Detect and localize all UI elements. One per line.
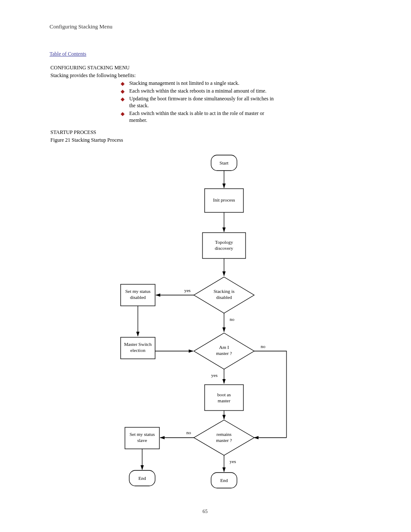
- page-number: 65: [202, 508, 208, 515]
- node-set-disabled-l1: Set my status: [125, 289, 151, 294]
- node-set-disabled-l2: disabled: [130, 295, 146, 300]
- node-end-slave-label: End: [138, 476, 146, 481]
- node-decision-remains-l2: master ?: [216, 438, 232, 443]
- page-root: Configuring Stacking Menu Table of Conte…: [0, 0, 411, 532]
- node-boot-master-l1: boot as: [217, 392, 230, 397]
- toc-link[interactable]: Table of Contents: [50, 51, 86, 57]
- edge-yes: yes: [184, 288, 191, 293]
- node-decision-master-l1: Am I: [219, 345, 229, 350]
- bullet-text: member.: [129, 117, 147, 124]
- bullet-icon: ◆: [121, 81, 125, 86]
- bullet-text: Updating the boot firmware is done simul…: [129, 96, 274, 102]
- section-title: CONFIGURING STACKING MENU: [50, 65, 130, 71]
- node-discovery-label-1: Topology: [215, 240, 234, 245]
- edge-no: no: [187, 430, 192, 435]
- node-boot-master: [205, 385, 243, 411]
- node-decision-master-l2: master ?: [216, 351, 232, 356]
- page-header: Configuring Stacking Menu: [50, 23, 112, 30]
- node-start-label: Start: [220, 160, 229, 165]
- flow-section-title: STARTUP PROCESS: [50, 129, 96, 136]
- bullet-text: Each switch within the stack is able to …: [129, 110, 264, 117]
- node-discovery-label-2: discovery: [215, 246, 234, 251]
- node-election-l2: election: [131, 348, 146, 353]
- edge-yes: yes: [230, 459, 236, 464]
- node-decision-disabled-l1: Stacking is: [214, 289, 235, 294]
- bullet-text: the stack.: [129, 103, 149, 109]
- node-election-l1: Master Switch: [124, 342, 152, 347]
- bullet-text: Each switch within the stack reboots in …: [129, 88, 267, 94]
- node-boot-master-l2: master: [218, 398, 230, 403]
- node-decision-remains-l1: remains: [217, 432, 232, 437]
- toc-link-anchor[interactable]: Table of Contents: [50, 51, 86, 57]
- node-decision-disabled-l2: disabled: [216, 295, 232, 300]
- node-init-label: Init process: [213, 197, 235, 202]
- bullet-text: Stacking management is not limited to a …: [129, 80, 240, 87]
- bullet-icon: ◆: [121, 96, 125, 102]
- flowchart: Start Init process Topology discovery St…: [103, 146, 319, 500]
- figure-caption: Figure 21 Stacking Startup Process: [50, 137, 123, 143]
- bullet-icon: ◆: [121, 111, 125, 116]
- edge-yes: yes: [211, 373, 218, 378]
- edge-no: no: [261, 344, 266, 349]
- bullet-icon: ◆: [121, 89, 125, 94]
- node-set-slave-l1: Set my status: [130, 432, 155, 437]
- node-end-master-label: End: [220, 478, 228, 483]
- node-set-slave-l2: slave: [137, 438, 147, 443]
- edge-no: no: [230, 317, 235, 322]
- section-intro: Stacking provides the following benefits…: [50, 72, 136, 79]
